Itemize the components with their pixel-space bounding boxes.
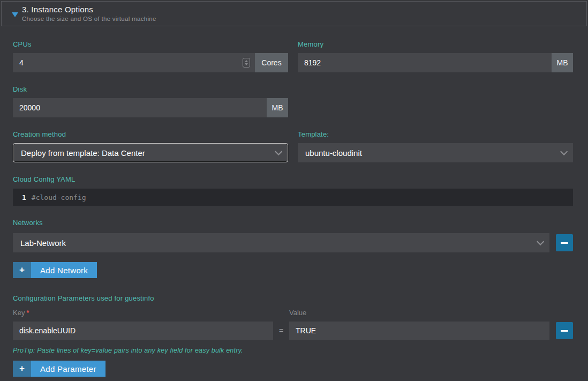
section-title: 3. Instance Options (22, 5, 156, 14)
protip-text: ProTip: Paste lines of key=value pairs i… (13, 347, 573, 354)
memory-unit-addon: MB (552, 53, 573, 72)
remove-parameter-button[interactable] (556, 322, 573, 339)
parameter-key-input[interactable] (13, 322, 273, 340)
parameter-row: = (13, 322, 573, 340)
chevron-down-icon (275, 148, 282, 155)
network-select[interactable]: Lab-Network (13, 233, 549, 252)
plus-icon: + (13, 262, 31, 278)
cpus-input[interactable] (13, 53, 255, 72)
cloud-config-editor[interactable]: 1 #cloud-config (13, 189, 573, 206)
section-header: 3. Instance Options Choose the size and … (1, 1, 587, 26)
disk-unit-addon: MB (267, 98, 288, 117)
networks-label: Networks (13, 219, 573, 227)
memory-label: Memory (298, 40, 573, 48)
equals-sign: = (273, 326, 289, 335)
cloud-config-field: Cloud Config YAML 1 #cloud-config (13, 175, 573, 206)
key-label: Key* (13, 308, 273, 317)
instance-options-form: CPUs Cores Memory MB (0, 26, 588, 377)
cpus-field: CPUs Cores (13, 40, 288, 72)
editor-code-text: #cloud-config (32, 193, 86, 201)
network-selected-value: Lab-Network (20, 238, 66, 248)
disk-input[interactable] (13, 98, 267, 117)
remove-network-button[interactable] (556, 234, 573, 251)
minus-icon (561, 330, 568, 332)
cpus-label: CPUs (13, 40, 288, 48)
creation-method-select[interactable]: Deploy from template: Data Center (13, 143, 288, 162)
disk-label: Disk (13, 85, 288, 93)
add-network-button[interactable]: + Add Network (13, 262, 97, 278)
section-subtitle: Choose the size and OS of the virtual ma… (22, 16, 156, 22)
add-network-label: Add Network (31, 262, 97, 278)
template-select[interactable]: ubuntu-cloudinit (298, 143, 573, 162)
networks-field: Networks Lab-Network (13, 219, 573, 252)
plus-icon: + (13, 361, 31, 377)
creation-method-field: Creation method Deploy from template: Da… (13, 130, 288, 162)
config-parameters-heading: Configuration Parameters used for guesti… (13, 294, 573, 302)
cloud-config-label: Cloud Config YAML (13, 175, 573, 183)
parameter-value-input[interactable] (289, 322, 549, 340)
editor-line-number: 1 (22, 193, 26, 201)
creation-method-selected-value: Deploy from template: Data Center (21, 148, 145, 158)
add-parameter-label: Add Parameter (31, 361, 105, 377)
template-selected-value: ubuntu-cloudinit (305, 148, 362, 158)
memory-field: Memory MB (298, 40, 573, 72)
number-spinner-icon[interactable] (243, 58, 250, 68)
template-label: Template: (298, 130, 573, 138)
cpus-unit-addon: Cores (255, 53, 288, 72)
chevron-down-icon (560, 148, 568, 155)
collapse-caret-icon[interactable] (12, 12, 18, 17)
creation-method-label: Creation method (13, 130, 288, 138)
value-label: Value (289, 309, 549, 317)
required-marker: * (26, 309, 29, 317)
add-parameter-button[interactable]: + Add Parameter (13, 361, 105, 377)
template-field: Template: ubuntu-cloudinit (298, 130, 573, 162)
memory-input[interactable] (298, 53, 552, 72)
disk-field: Disk MB (13, 85, 288, 117)
chevron-down-icon (537, 238, 544, 245)
minus-icon (561, 242, 568, 244)
